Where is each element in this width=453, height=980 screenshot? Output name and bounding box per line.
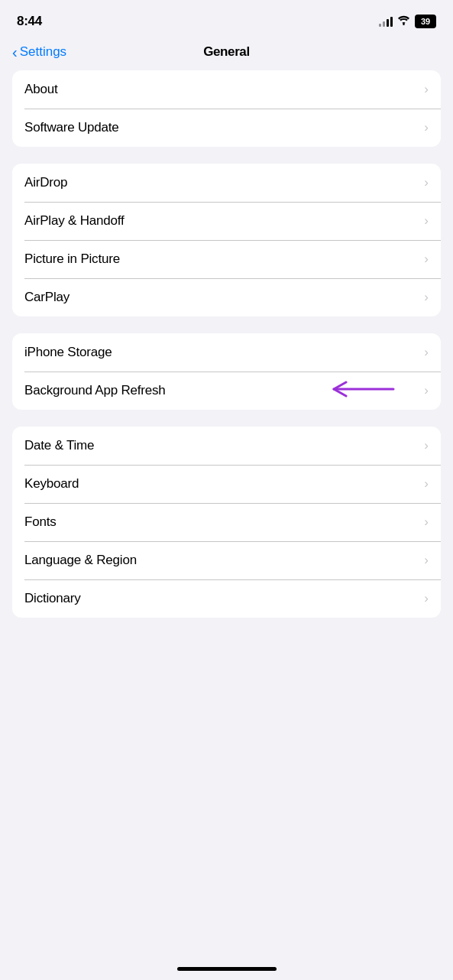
keyboard-label: Keyboard: [24, 476, 79, 492]
carplay-label: CarPlay: [24, 290, 70, 305]
background-app-refresh-right: ›: [424, 383, 429, 398]
about-chevron-icon: ›: [424, 82, 429, 97]
picture-in-picture-right: ›: [424, 251, 429, 267]
airplay-handoff-right: ›: [424, 213, 429, 229]
settings-row-carplay[interactable]: CarPlay ›: [12, 278, 441, 316]
fonts-chevron-icon: ›: [424, 514, 429, 530]
settings-group-4: Date & Time › Keyboard › Fonts › Languag…: [12, 427, 441, 618]
software-update-label: Software Update: [24, 120, 119, 135]
language-region-label: Language & Region: [24, 553, 137, 568]
status-time: 8:44: [17, 14, 42, 29]
about-label: About: [24, 82, 57, 97]
fonts-label: Fonts: [24, 514, 57, 530]
settings-row-language-region[interactable]: Language & Region ›: [12, 541, 441, 579]
settings-content: About › Software Update › AirDrop › AirP…: [0, 70, 453, 618]
background-app-refresh-label: Background App Refresh: [24, 383, 166, 398]
settings-row-picture-in-picture[interactable]: Picture in Picture ›: [12, 240, 441, 278]
home-indicator: [177, 967, 277, 971]
language-region-right: ›: [424, 553, 429, 568]
iphone-storage-label: iPhone Storage: [24, 345, 112, 360]
picture-in-picture-chevron-icon: ›: [424, 251, 429, 267]
carplay-right: ›: [424, 290, 429, 305]
dictionary-chevron-icon: ›: [424, 591, 429, 606]
battery-icon: 39: [415, 15, 436, 28]
settings-row-iphone-storage[interactable]: iPhone Storage ›: [12, 333, 441, 372]
status-icons: 39: [379, 15, 436, 28]
settings-row-keyboard[interactable]: Keyboard ›: [12, 465, 441, 503]
airplay-handoff-chevron-icon: ›: [424, 213, 429, 229]
settings-row-background-app-refresh[interactable]: Background App Refresh ›: [12, 372, 441, 410]
airdrop-chevron-icon: ›: [424, 175, 429, 190]
settings-group-2: AirDrop › AirPlay & Handoff › Picture in…: [12, 164, 441, 316]
page-title: General: [203, 44, 250, 60]
back-chevron-icon: ‹: [12, 44, 18, 60]
date-time-label: Date & Time: [24, 438, 94, 453]
airdrop-right: ›: [424, 175, 429, 190]
date-time-right: ›: [424, 438, 429, 453]
settings-row-dictionary[interactable]: Dictionary ›: [12, 579, 441, 618]
software-update-right: ›: [424, 120, 429, 135]
settings-row-airdrop[interactable]: AirDrop ›: [12, 164, 441, 202]
back-button[interactable]: ‹ Settings: [12, 44, 66, 60]
settings-group-1: About › Software Update ›: [12, 70, 441, 147]
fonts-right: ›: [424, 514, 429, 530]
date-time-chevron-icon: ›: [424, 438, 429, 453]
airplay-handoff-label: AirPlay & Handoff: [24, 213, 124, 229]
settings-group-3: iPhone Storage › Background App Refresh …: [12, 333, 441, 410]
about-right: ›: [424, 82, 429, 97]
settings-row-software-update[interactable]: Software Update ›: [12, 109, 441, 147]
software-update-chevron-icon: ›: [424, 120, 429, 135]
signal-icon: [379, 16, 393, 27]
airdrop-label: AirDrop: [24, 175, 67, 190]
settings-row-fonts[interactable]: Fonts ›: [12, 503, 441, 541]
language-region-chevron-icon: ›: [424, 553, 429, 568]
svg-point-0: [403, 24, 404, 25]
dictionary-label: Dictionary: [24, 591, 81, 606]
settings-row-airplay-handoff[interactable]: AirPlay & Handoff ›: [12, 202, 441, 240]
annotation-arrow-icon: [311, 376, 395, 405]
dictionary-right: ›: [424, 591, 429, 606]
keyboard-chevron-icon: ›: [424, 476, 429, 492]
keyboard-right: ›: [424, 476, 429, 492]
settings-row-date-time[interactable]: Date & Time ›: [12, 427, 441, 465]
carplay-chevron-icon: ›: [424, 290, 429, 305]
wifi-icon: [397, 15, 410, 28]
background-app-refresh-chevron-icon: ›: [424, 383, 429, 398]
iphone-storage-right: ›: [424, 345, 429, 360]
back-label: Settings: [20, 44, 66, 60]
status-bar: 8:44 39: [0, 0, 453, 38]
nav-bar: ‹ Settings General: [0, 38, 453, 70]
picture-in-picture-label: Picture in Picture: [24, 251, 120, 267]
iphone-storage-chevron-icon: ›: [424, 345, 429, 360]
settings-row-about[interactable]: About ›: [12, 70, 441, 109]
